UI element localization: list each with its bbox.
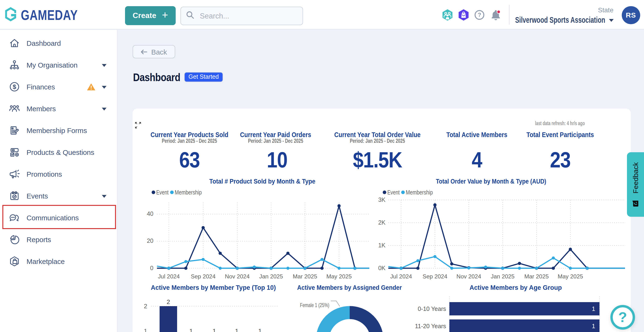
svg-text:1: 1 — [144, 327, 147, 332]
svg-text:?: ? — [478, 12, 481, 18]
svg-text:Membership: Membership — [175, 189, 202, 196]
svg-text:$: $ — [13, 83, 16, 90]
svg-text:3K: 3K — [378, 196, 386, 203]
svg-text:Event: Event — [156, 189, 169, 196]
svg-text:0: 0 — [150, 265, 154, 271]
svg-text:Active Members by Assigned Gen: Active Members by Assigned Gender — [297, 284, 402, 291]
svg-text:Membership: Membership — [406, 189, 433, 196]
svg-text:20: 20 — [147, 237, 154, 244]
svg-text:Total Order Value by Month & T: Total Order Value by Month & Type (AUD) — [436, 178, 546, 185]
svg-text:1: 1 — [235, 327, 238, 332]
svg-text:Jan 2025: Jan 2025 — [491, 273, 514, 280]
svg-text:Jan 2025: Jan 2025 — [259, 273, 283, 280]
svg-text:Nov 2024: Nov 2024 — [225, 273, 250, 280]
svg-text:0K: 0K — [378, 265, 386, 271]
svg-text:1: 1 — [592, 322, 595, 330]
svg-text:2: 2 — [144, 303, 147, 310]
svg-text:1: 1 — [258, 327, 262, 332]
svg-text:Sep 2024: Sep 2024 — [422, 273, 447, 280]
svg-text:Active Members by Member Type: Active Members by Member Type (Top 10) — [151, 284, 276, 291]
svg-text:Jul 2024: Jul 2024 — [158, 273, 180, 280]
svg-text:May 2025: May 2025 — [326, 273, 352, 280]
svg-text:Jul 2024: Jul 2024 — [390, 273, 412, 280]
svg-text:40: 40 — [147, 210, 154, 217]
svg-text:Mar 2025: Mar 2025 — [293, 273, 317, 280]
svg-text:Nov 2024: Nov 2024 — [456, 273, 481, 280]
svg-text:Female 1 (25%): Female 1 (25%) — [300, 302, 329, 308]
svg-text:1: 1 — [212, 327, 216, 332]
svg-text:0-10 Years: 0-10 Years — [418, 305, 446, 312]
svg-text:Total # Product Sold by Month: Total # Product Sold by Month & Type — [209, 178, 315, 185]
svg-text:May 2025: May 2025 — [558, 273, 583, 280]
svg-text:2: 2 — [167, 298, 170, 305]
svg-text:Mar 2025: Mar 2025 — [524, 273, 548, 280]
svg-text:Sep 2024: Sep 2024 — [191, 273, 216, 280]
svg-text:1: 1 — [190, 327, 193, 332]
svg-text:11-20 Years: 11-20 Years — [415, 323, 446, 329]
svg-text:Event: Event — [387, 189, 400, 196]
svg-text:2K: 2K — [378, 219, 386, 226]
svg-text:Active Members by Age Group: Active Members by Age Group — [470, 284, 562, 291]
svg-text:1: 1 — [592, 305, 595, 312]
svg-text:1K: 1K — [378, 242, 386, 249]
